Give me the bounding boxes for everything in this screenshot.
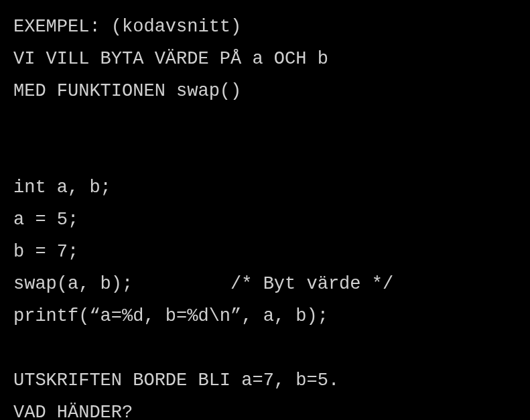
code-line-decl: int a, b;: [13, 171, 517, 204]
text-line-output: UTSKRIFTEN BORDE BLI a=7, b=5.: [13, 364, 517, 397]
code-line-printf: printf(“a=%d, b=%d\n”, a, b);: [13, 300, 517, 332]
code-line-assign-b: b = 7;: [13, 236, 517, 268]
text-line-title: EXEMPEL: (kodavsnitt): [13, 11, 517, 43]
text-line-intro-2: MED FUNKTIONEN swap(): [13, 75, 517, 107]
text-line-question: VAD HÄNDER?: [13, 397, 517, 420]
text-line-intro-1: VI VILL BYTA VÄRDE PÅ a OCH b: [13, 43, 517, 75]
blank-line: [13, 139, 517, 171]
blank-line: [13, 107, 517, 139]
blank-line: [13, 332, 517, 364]
code-line-swap: swap(a, b); /* Byt värde */: [13, 268, 517, 300]
code-line-assign-a: a = 5;: [13, 204, 517, 236]
